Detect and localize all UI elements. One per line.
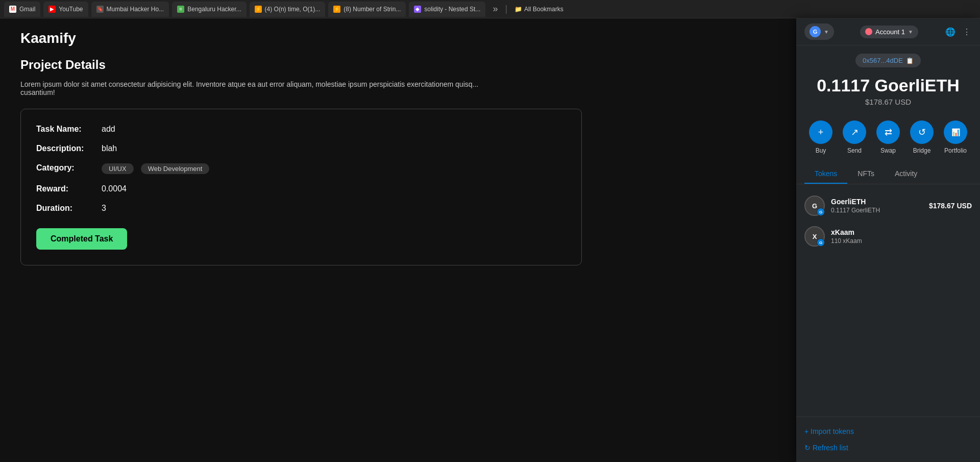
kaamify-logo: Kaamify <box>20 30 76 46</box>
mm-goerlieth-badge: G <box>817 208 825 216</box>
mm-send-action[interactable]: ↗ Send <box>843 120 866 154</box>
mm-xkaam-name: xKaam <box>831 228 966 236</box>
mm-xkaam-avatar: X G <box>804 226 825 247</box>
mm-tabs: Tokens NFTs Activity <box>796 164 980 184</box>
project-description: Lorem ipsum dolor sit amet consectetur a… <box>20 80 480 96</box>
task-description-label: Description: <box>36 144 97 153</box>
mm-account-button[interactable]: Account 1 ▼ <box>860 26 918 38</box>
mm-portfolio-action[interactable]: 📊 Portfolio <box>944 120 967 154</box>
mm-network-button[interactable]: G ▼ <box>804 23 834 40</box>
mm-bridge-action[interactable]: ↺ Bridge <box>910 120 934 154</box>
all-bookmarks-label: All Bookmarks <box>524 6 564 13</box>
bookmarks-icon: 📁 <box>514 6 522 13</box>
mm-actions: + Buy ↗ Send ⇄ Swap ↺ Bridge 📊 Portfolio <box>796 114 980 164</box>
task-name-field: Task Name: add <box>36 125 566 134</box>
mm-portfolio-icon: 📊 <box>944 120 967 144</box>
tab-on-time[interactable]: ⚡ (4) O(n) time, O(1)... <box>250 2 326 17</box>
mm-goerlieth-avatar: G G <box>804 196 825 216</box>
mm-bridge-icon: ↺ <box>910 120 934 144</box>
mm-copy-icon: 📋 <box>906 57 914 64</box>
mm-import-tokens-link[interactable]: + Import tokens <box>804 423 972 440</box>
tab-youtube[interactable]: ▶ YouTube <box>43 2 88 17</box>
tab-bengaluru[interactable]: ≡ Bengaluru Hacker... <box>172 2 246 17</box>
mm-buy-label: Buy <box>816 147 826 154</box>
mm-tab-nfts[interactable]: NFTs <box>847 164 885 184</box>
task-description-field: Description: blah <box>36 144 566 153</box>
mm-address-badge[interactable]: 0x567...4dDE 📋 <box>855 54 921 67</box>
tab-bengaluru-label: Bengaluru Hacker... <box>187 6 241 13</box>
solidity-icon: ◆ <box>414 6 421 13</box>
gmail-icon: M <box>9 6 16 13</box>
mm-swap-label: Swap <box>880 147 896 154</box>
token-item-goerlieth[interactable]: G G GoerliETH 0.1117 GoerliETH $178.67 U… <box>804 190 972 221</box>
mm-balance-usd: $178.67 USD <box>796 98 980 106</box>
mm-footer-actions: + Import tokens ↻ Refresh list <box>796 417 980 462</box>
tab-gmail-label: Gmail <box>19 6 35 13</box>
mm-more-icon-button[interactable]: ⋮ <box>962 26 972 38</box>
task-description-value: blah <box>102 144 117 153</box>
task-name-label: Task Name: <box>36 125 97 134</box>
mm-refresh-list-link[interactable]: ↻ Refresh list <box>804 440 972 456</box>
tab-gmail[interactable]: M Gmail <box>4 2 40 17</box>
mm-header-icons: 🌐 ⋮ <box>944 26 972 38</box>
task-reward-value: 0.0004 <box>102 184 127 193</box>
tab-youtube-label: YouTube <box>59 6 83 13</box>
mm-buy-action[interactable]: + Buy <box>809 120 832 154</box>
more-tabs-button[interactable]: » <box>488 4 502 14</box>
tab-number-strings-label: (8) Number of Strin... <box>344 6 401 13</box>
lightning-icon: ⚡ <box>255 6 262 13</box>
task-reward-field: Reward: 0.0004 <box>36 184 566 193</box>
category-tag-uiux: UI/UX <box>102 163 134 174</box>
bookmark-icon: 🔖 <box>96 6 104 13</box>
mm-send-icon: ↗ <box>843 120 866 144</box>
mm-buy-icon: + <box>809 120 832 144</box>
tab-mumbai-label: Mumbai Hacker Ho... <box>107 6 164 13</box>
mm-goerlieth-avatar-letter: G <box>812 202 817 210</box>
mm-goerlieth-value: $178.67 USD <box>929 202 972 210</box>
mm-account-chevron: ▼ <box>908 29 913 35</box>
mm-goerlieth-info: GoerliETH 0.1117 GoerliETH <box>831 198 923 214</box>
task-duration-value: 3 <box>102 204 106 213</box>
mm-account-avatar <box>865 28 872 35</box>
mm-network-chevron: ▼ <box>824 29 829 35</box>
mm-goerlieth-name: GoerliETH <box>831 198 923 206</box>
mm-network-avatar: G <box>810 26 821 37</box>
mm-portfolio-label: Portfolio <box>944 147 967 154</box>
mm-tab-tokens[interactable]: Tokens <box>804 164 847 184</box>
mm-address-section: 0x567...4dDE 📋 <box>796 45 980 71</box>
main-content: Kaamify My Projects 🔔 Project Details Lo… <box>0 18 980 462</box>
mm-balance-section: 0.1117 GoerliETH $178.67 USD <box>796 71 980 114</box>
mm-global-icon-button[interactable]: 🌐 <box>944 26 957 38</box>
mm-swap-icon: ⇄ <box>876 120 900 144</box>
task-reward-label: Reward: <box>36 184 97 193</box>
task-category-label: Category: <box>36 163 97 173</box>
all-bookmarks-button[interactable]: 📁 All Bookmarks <box>510 4 568 15</box>
mm-account-label: Account 1 <box>875 28 905 36</box>
metamask-panel: G ▼ Account 1 ▼ 🌐 ⋮ 0x567...4dDE 📋 0.111… <box>796 18 980 462</box>
tab-number-strings[interactable]: ⚡ (8) Number of Strin... <box>328 2 406 17</box>
browser-tab-bar: M Gmail ▶ YouTube 🔖 Mumbai Hacker Ho... … <box>0 0 980 18</box>
mm-swap-action[interactable]: ⇄ Swap <box>876 120 900 154</box>
lightning-icon-2: ⚡ <box>333 6 340 13</box>
completed-task-button[interactable]: Completed Task <box>36 228 127 250</box>
mm-balance-main: 0.1117 GoerliETH <box>796 76 980 95</box>
task-duration-label: Duration: <box>36 204 97 213</box>
mm-tab-activity[interactable]: Activity <box>885 164 927 184</box>
task-category-field: Category: UI/UX Web Development <box>36 163 566 174</box>
token-item-xkaam[interactable]: X G xKaam 110 xKaam <box>804 221 972 252</box>
mm-bridge-label: Bridge <box>913 147 931 154</box>
mm-goerlieth-balance: 0.1117 GoerliETH <box>831 207 923 214</box>
tab-solidity-label: solidity - Nested St... <box>424 6 480 13</box>
tab-solidity[interactable]: ◆ solidity - Nested St... <box>409 2 485 17</box>
green-icon: ≡ <box>177 6 184 13</box>
category-tag-webdev: Web Development <box>141 163 210 174</box>
task-duration-field: Duration: 3 <box>36 204 566 213</box>
mm-xkaam-info: xKaam 110 xKaam <box>831 228 966 245</box>
tab-separator: | <box>505 4 507 14</box>
task-card: Task Name: add Description: blah Categor… <box>20 109 582 265</box>
task-name-value: add <box>102 125 115 134</box>
mm-xkaam-balance: 110 xKaam <box>831 237 966 245</box>
mm-header: G ▼ Account 1 ▼ 🌐 ⋮ <box>796 18 980 45</box>
tab-mumbai[interactable]: 🔖 Mumbai Hacker Ho... <box>91 2 169 17</box>
mm-token-list: G G GoerliETH 0.1117 GoerliETH $178.67 U… <box>796 184 980 417</box>
